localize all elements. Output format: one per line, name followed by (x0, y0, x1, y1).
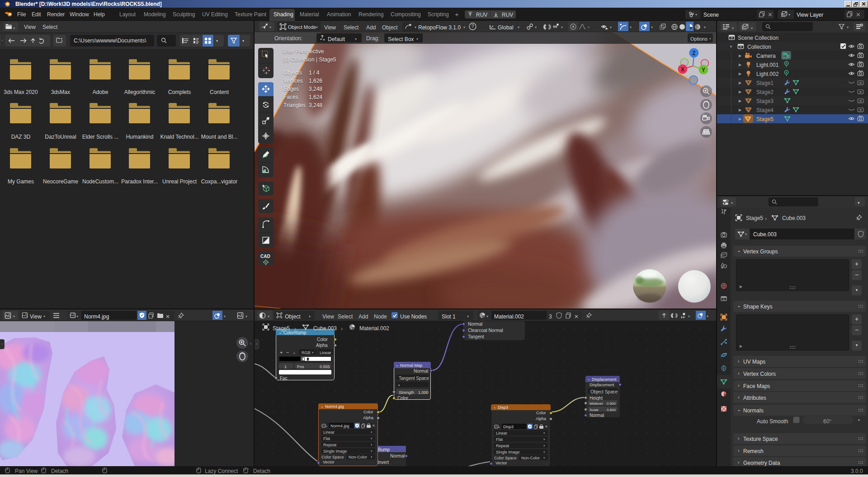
svg-text:?: ? (472, 23, 474, 29)
svg-text:Y: Y (702, 67, 705, 73)
svg-text:Z: Z (692, 50, 695, 56)
svg-text:X: X (681, 66, 684, 73)
